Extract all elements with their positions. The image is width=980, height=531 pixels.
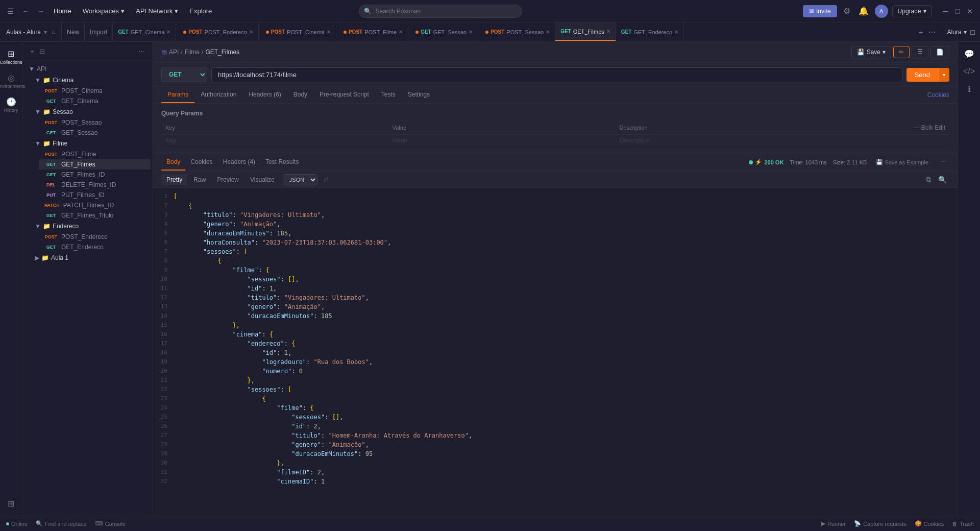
avatar[interactable]: A (875, 5, 888, 18)
tab-get-endereco[interactable]: GET GET_Endereco ✕ (616, 22, 684, 42)
tab-post-endereco[interactable]: POST POST_Endereco ✕ (176, 22, 258, 42)
breadcrumb-filme[interactable]: Filme (185, 49, 200, 56)
resp-body-tab-preview[interactable]: Preview (212, 174, 244, 185)
trash-button[interactable]: 🗑 Trash (952, 520, 974, 527)
tree-item-get-filmes-titulo[interactable]: GET GET_Filmes_Titulo (39, 210, 151, 221)
tab-close[interactable]: ✕ (674, 29, 678, 35)
copy-response-button[interactable]: ⧉ (923, 174, 934, 185)
tree-folder-cinema[interactable]: ▼ 📁 Cinema (31, 75, 151, 86)
description-input[interactable] (619, 137, 838, 144)
home-button[interactable]: Home (50, 5, 76, 17)
resp-tab-test-results[interactable]: Test Results (260, 154, 304, 171)
forward-button[interactable]: → (34, 5, 47, 17)
send-dropdown-button[interactable]: ▾ (938, 68, 949, 82)
tree-item-post-sessao[interactable]: POST POST_Sessao (39, 117, 151, 128)
tab-post-filme[interactable]: POST POST_Filme ✕ (336, 22, 408, 42)
resp-body-tab-raw[interactable]: Raw (188, 174, 211, 185)
tree-item-get-sessao[interactable]: GET GET_Sessao (39, 128, 151, 138)
capture-requests-button[interactable]: 📡 Capture requests (854, 520, 906, 527)
find-replace-button[interactable]: 🔍 Find and replace (36, 520, 87, 527)
sidebar-collections-button[interactable]: ⊞ Collections (1, 46, 21, 68)
tab-close[interactable]: ✕ (399, 29, 403, 35)
console-button[interactable]: ⌨ Console (95, 520, 126, 527)
tree-item-post-cinema[interactable]: POST POST_Cinema (39, 86, 151, 96)
new-tab-button[interactable]: New (62, 22, 85, 41)
tab-close[interactable]: ✕ (469, 29, 473, 35)
tab-close[interactable]: ✕ (249, 29, 253, 35)
tree-api-root[interactable]: ▼ API (24, 63, 151, 75)
maximize-button[interactable]: □ (952, 5, 963, 17)
tab-close[interactable]: ✕ (166, 29, 170, 35)
invite-button[interactable]: ✉ Invite (803, 5, 837, 17)
edit-button[interactable]: ✏ (893, 46, 910, 58)
tab-headers[interactable]: Headers (6) (242, 87, 287, 103)
sidebar-more-button[interactable]: ⊞ (1, 496, 21, 512)
back-button[interactable]: ← (19, 5, 32, 17)
api-network-menu[interactable]: API Network▾ (131, 5, 183, 17)
tab-close[interactable]: ✕ (546, 29, 550, 35)
resp-body-tab-visualize[interactable]: Visualize (245, 174, 280, 185)
tree-item-post-endereco[interactable]: POST POST_Endereco (39, 232, 151, 242)
tree-folder-endereco[interactable]: ▼ 📁 Endereco (31, 221, 151, 232)
search-input[interactable] (359, 5, 522, 18)
upgrade-button[interactable]: Upgrade ▾ (892, 5, 932, 17)
tree-item-put-filmes-id[interactable]: PUT PUT_Filmes_ID (39, 190, 151, 200)
tab-body[interactable]: Body (287, 87, 313, 103)
resp-tab-headers[interactable]: Headers (4) (218, 154, 260, 171)
sidebar-history-button[interactable]: 🕐 History (1, 94, 21, 116)
format-icon-button[interactable]: ⇌ (321, 175, 331, 184)
tab-get-sessao[interactable]: GET GET_Sessao ✕ (408, 22, 478, 42)
sidebar-environments-button[interactable]: ◎ Environments (1, 70, 21, 92)
tab-post-sessao[interactable]: POST POST_Sessao ✕ (478, 22, 555, 42)
right-comments-button[interactable]: 💬 (961, 46, 977, 62)
tab-pre-request[interactable]: Pre-request Script (313, 87, 375, 103)
breadcrumb-api[interactable]: API (169, 49, 179, 56)
tree-item-patch-filmes-id[interactable]: PATCH PATCH_Filmes_ID (39, 200, 151, 210)
menu-button[interactable]: ☰ (4, 5, 17, 17)
tree-item-get-filmes[interactable]: GET GET_Filmes (39, 159, 151, 170)
tree-item-delete-filmes-id[interactable]: DEL DELETE_Filmes_ID (39, 180, 151, 190)
tab-get-cinema[interactable]: GET GET_Cinema ✕ (113, 22, 176, 42)
tab-get-filmes[interactable]: GET GET_Filmes ✕ (555, 22, 616, 42)
search-response-button[interactable]: 🔍 (936, 174, 949, 185)
tab-close[interactable]: ✕ (327, 29, 331, 35)
url-input[interactable] (211, 67, 902, 82)
bell-icon[interactable]: 🔔 (856, 4, 871, 18)
sidebar-add-button[interactable]: + (28, 46, 37, 57)
import-button[interactable]: Import (85, 22, 113, 41)
tree-item-get-filmes-id[interactable]: GET GET_Filmes_ID (39, 170, 151, 180)
more-tabs-button[interactable]: ⋯ (926, 26, 938, 38)
format-select[interactable]: JSON XML HTML Text (283, 174, 317, 185)
runner-button[interactable]: ▶ Runner (821, 520, 846, 527)
tab-post-cinema[interactable]: POST POST_Cinema ✕ (259, 22, 336, 42)
tree-item-get-endereco[interactable]: GET GET_Endereco (39, 242, 151, 252)
save-as-example-button[interactable]: 💾 Save as Example (873, 157, 932, 167)
tab-settings[interactable]: Settings (402, 87, 436, 103)
tab-close[interactable]: ✕ (606, 29, 610, 34)
tab-params[interactable]: Params (161, 87, 194, 103)
tab-tests[interactable]: Tests (375, 87, 402, 103)
resp-tab-body[interactable]: Body (161, 154, 185, 171)
workspaces-menu[interactable]: Workspaces▾ (78, 5, 130, 17)
key-input[interactable] (165, 137, 384, 144)
response-more-button[interactable]: ⋯ (938, 157, 949, 167)
close-button[interactable]: ✕ (964, 5, 976, 17)
resp-tab-cookies[interactable]: Cookies (185, 154, 217, 171)
settings-icon[interactable]: ⚙ (841, 4, 852, 18)
tree-item-post-filme[interactable]: POST POST_Filme (39, 149, 151, 159)
explore-menu[interactable]: Explore (184, 5, 217, 17)
tree-folder-filme[interactable]: ▼ 📁 Filme (31, 138, 151, 149)
minimize-button[interactable]: ─ (940, 5, 951, 17)
send-button[interactable]: Send (906, 68, 938, 82)
bulk-edit-button[interactable]: Bulk Edit (921, 124, 945, 131)
method-select[interactable]: GET POST PUT PATCH DELETE (161, 67, 207, 82)
value-input[interactable] (393, 137, 611, 144)
right-code-button[interactable]: </> (960, 64, 978, 79)
tree-folder-aula1[interactable]: ▶ 📁 Aula 1 (31, 252, 151, 263)
sidebar-more-options[interactable]: ⋯ (136, 46, 148, 57)
save-button[interactable]: 💾 Save ▾ (851, 46, 891, 58)
docs-button[interactable]: 📄 (930, 46, 949, 58)
view-button[interactable]: ☰ (912, 46, 928, 58)
resp-body-tab-pretty[interactable]: Pretty (161, 174, 187, 185)
cookies-button[interactable]: 🍪 Cookies (915, 520, 944, 527)
